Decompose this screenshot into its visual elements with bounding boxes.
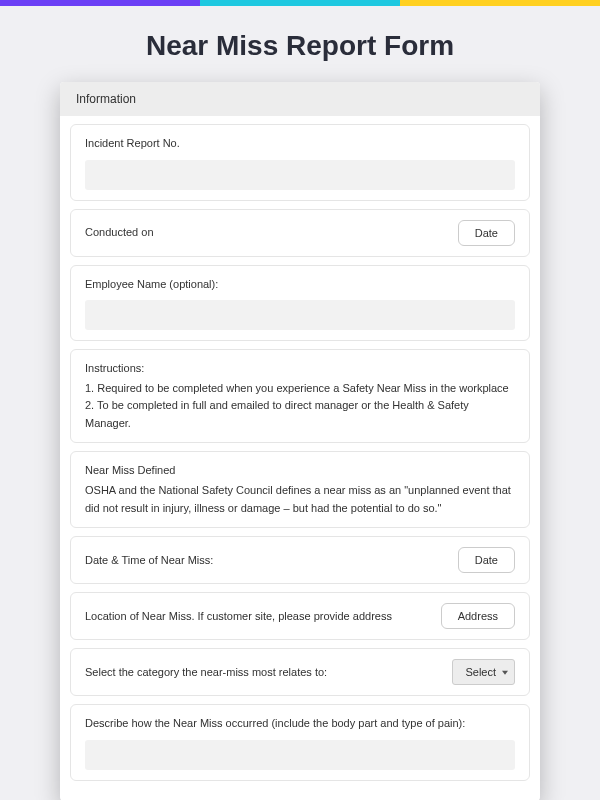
instructions-line-2: 2. To be completed in full and emailed t…	[85, 397, 515, 432]
field-category: Select the category the near-miss most r…	[70, 648, 530, 696]
section-header: Information	[60, 82, 540, 116]
defined-body: OSHA and the National Safety Council def…	[85, 482, 515, 517]
datetime-label: Date & Time of Near Miss:	[85, 552, 213, 569]
field-conducted-on: Conducted on Date	[70, 209, 530, 257]
employee-name-label: Employee Name (optional):	[85, 276, 515, 293]
category-select-dropdown[interactable]: Select	[452, 659, 515, 685]
field-datetime: Date & Time of Near Miss: Date	[70, 536, 530, 584]
field-instructions: Instructions: 1. Required to be complete…	[70, 349, 530, 443]
field-incident-report-no: Incident Report No.	[70, 124, 530, 201]
top-accent-bar	[0, 0, 600, 6]
form-body: Incident Report No. Conducted on Date Em…	[60, 116, 540, 800]
datetime-date-button[interactable]: Date	[458, 547, 515, 573]
conducted-on-date-button[interactable]: Date	[458, 220, 515, 246]
incident-report-no-input[interactable]	[85, 160, 515, 190]
page-title: Near Miss Report Form	[0, 30, 600, 62]
field-employee-name: Employee Name (optional):	[70, 265, 530, 342]
location-address-button[interactable]: Address	[441, 603, 515, 629]
accent-cyan	[200, 0, 400, 6]
describe-label: Describe how the Near Miss occurred (inc…	[85, 715, 515, 732]
field-location: Location of Near Miss. If customer site,…	[70, 592, 530, 640]
instructions-line-1: 1. Required to be completed when you exp…	[85, 380, 515, 398]
conducted-on-label: Conducted on	[85, 224, 154, 241]
describe-input[interactable]	[85, 740, 515, 770]
incident-report-no-label: Incident Report No.	[85, 135, 515, 152]
defined-lead: Near Miss Defined	[85, 462, 515, 480]
location-label: Location of Near Miss. If customer site,…	[85, 608, 392, 625]
instructions-lead: Instructions:	[85, 360, 515, 378]
category-label: Select the category the near-miss most r…	[85, 664, 327, 681]
field-describe: Describe how the Near Miss occurred (inc…	[70, 704, 530, 781]
accent-yellow	[400, 0, 600, 6]
accent-purple	[0, 0, 200, 6]
employee-name-input[interactable]	[85, 300, 515, 330]
field-near-miss-defined: Near Miss Defined OSHA and the National …	[70, 451, 530, 528]
form-card: Information Incident Report No. Conducte…	[60, 82, 540, 800]
